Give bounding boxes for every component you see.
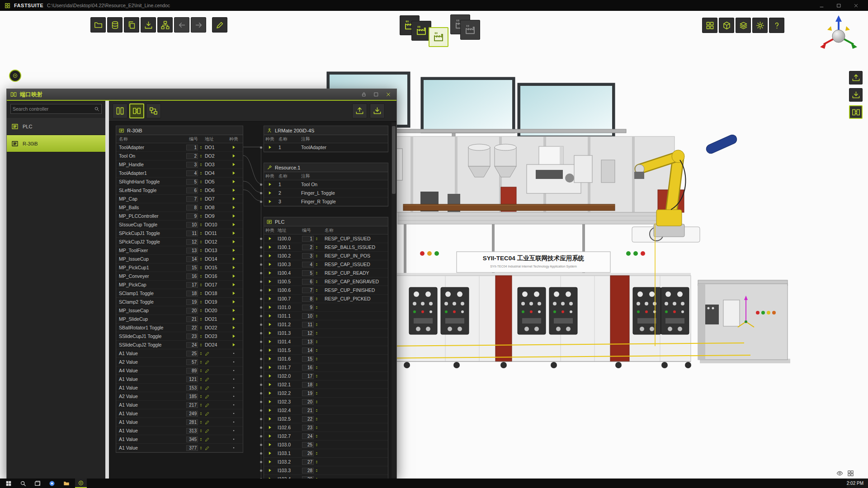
stepper-icon[interactable] — [315, 442, 319, 448]
table-row[interactable]: SIssueCup Toggle10DO10 — [116, 221, 243, 229]
table-row[interactable]: 1Tool On — [264, 180, 388, 189]
table-row[interactable]: A1 Value121 — [116, 375, 243, 384]
stepper-icon[interactable] — [315, 270, 319, 276]
search-input[interactable] — [13, 106, 94, 112]
folder-button[interactable] — [90, 17, 106, 33]
mapping-button[interactable] — [849, 105, 863, 119]
mapping-alt-button[interactable] — [146, 103, 161, 118]
table-row[interactable]: I103.227 — [264, 458, 388, 466]
mapping-button[interactable] — [129, 103, 144, 118]
stepper-icon[interactable] — [199, 170, 203, 176]
fastsuite-taskbar-button[interactable] — [75, 479, 87, 488]
stepper-icon[interactable] — [315, 279, 319, 285]
stepper-icon[interactable] — [199, 145, 203, 150]
stepper-icon[interactable] — [315, 296, 319, 302]
factory-button[interactable] — [460, 20, 480, 40]
dialog-titlebar[interactable]: 端口映射 — [7, 89, 396, 101]
table-row[interactable]: MP_PLCController9DO9 — [116, 212, 243, 221]
select-tool-button[interactable] — [9, 70, 21, 82]
table-row[interactable]: I100.78RESP_CUP_PICKED — [264, 295, 388, 303]
start-button[interactable] — [3, 479, 14, 488]
sidebar-item-r-30ib[interactable]: R-30iB — [7, 135, 105, 152]
stepper-icon[interactable] — [199, 256, 203, 262]
table-row[interactable]: MP_IssueCup14DO14 — [116, 255, 243, 263]
stepper-icon[interactable] — [199, 230, 203, 236]
table-row[interactable]: MP_Conveyer16DO16 — [116, 272, 243, 281]
sidebar-item-plc[interactable]: PLC — [7, 118, 105, 135]
table-row[interactable]: I102.219 — [264, 389, 388, 398]
stepper-icon[interactable] — [315, 262, 319, 267]
dialog-maximize-button[interactable] — [372, 90, 381, 99]
table-row[interactable]: SPickCupJ1 Toggle11DO11 — [116, 229, 243, 238]
stepper-icon[interactable] — [199, 428, 203, 434]
table-row[interactable]: A1 Value345 — [116, 435, 243, 444]
scrollbar-thumb[interactable] — [392, 126, 396, 194]
stepper-icon[interactable] — [315, 450, 319, 456]
orientation-gizmo[interactable] — [813, 14, 864, 60]
stepper-icon[interactable] — [199, 222, 203, 228]
help-button[interactable] — [769, 18, 784, 33]
stepper-icon[interactable] — [199, 196, 203, 202]
arrow-right-button[interactable] — [191, 17, 206, 33]
stepper-icon[interactable] — [199, 213, 203, 219]
dialog-scrollbar[interactable] — [392, 122, 396, 478]
table-row[interactable]: I100.23RESP_CUP_IN_POS — [264, 252, 388, 260]
stepper-icon[interactable] — [315, 313, 319, 319]
table-row[interactable]: I101.514 — [264, 346, 388, 355]
table-row[interactable]: MP_PickCap17DO17 — [116, 281, 243, 289]
stepper-icon[interactable] — [199, 205, 203, 211]
database-button[interactable] — [107, 17, 123, 33]
cube-button[interactable] — [719, 18, 734, 33]
maximize-button[interactable] — [831, 1, 846, 9]
table-row[interactable]: Tool On2DO2 — [116, 152, 243, 160]
factory-button[interactable] — [429, 27, 448, 47]
stepper-icon[interactable] — [315, 330, 319, 336]
stepper-icon[interactable] — [199, 419, 203, 425]
stepper-icon[interactable] — [199, 411, 203, 417]
table-row[interactable]: I103.328 — [264, 466, 388, 475]
minimize-button[interactable] — [814, 1, 829, 9]
stepper-icon[interactable] — [315, 356, 319, 362]
table-row[interactable]: MP_PickCup115DO15 — [116, 263, 243, 272]
table-row[interactable]: I100.01RESP_CUP_ISSUED — [264, 235, 388, 243]
stepper-icon[interactable] — [315, 399, 319, 405]
stepper-icon[interactable] — [199, 188, 203, 193]
table-row[interactable]: I102.421 — [264, 406, 388, 415]
grid-toggle-icon[interactable] — [847, 470, 854, 477]
table-row[interactable]: I100.56RESP_CAP_ENGRAVED — [264, 277, 388, 286]
stepper-icon[interactable] — [315, 433, 319, 439]
visibility-eye-icon[interactable] — [836, 470, 843, 477]
stepper-icon[interactable] — [199, 445, 203, 451]
stepper-icon[interactable] — [315, 425, 319, 431]
table-row[interactable]: I101.211 — [264, 320, 388, 329]
table-row[interactable]: MP_ToolFixer13DO13 — [116, 246, 243, 255]
stepper-icon[interactable] — [199, 376, 203, 382]
dialog-close-button[interactable] — [384, 90, 393, 99]
table-row[interactable]: I102.522 — [264, 415, 388, 423]
stepper-icon[interactable] — [315, 339, 319, 345]
stepper-icon[interactable] — [199, 316, 203, 322]
stepper-icon[interactable] — [199, 153, 203, 159]
stepper-icon[interactable] — [315, 373, 319, 379]
table-row[interactable]: SSlideCupJ1 Toggle23DO23 — [116, 332, 243, 341]
table-row[interactable]: A1 Value281 — [116, 418, 243, 427]
table-row[interactable]: I101.615 — [264, 355, 388, 363]
stepper-icon[interactable] — [199, 394, 203, 399]
table-row[interactable]: ToolAdapter1DO1 — [116, 143, 243, 152]
table-row[interactable]: SClamp2 Toggle19DO19 — [116, 298, 243, 306]
copy-button[interactable] — [124, 17, 139, 33]
table-row[interactable]: I100.34RESP_CAP_ISSUED — [264, 260, 388, 269]
table-row[interactable]: 3Finger_R Toggle — [264, 197, 388, 206]
table-row[interactable]: I102.118 — [264, 380, 388, 389]
clock[interactable]: 2:02 PM — [847, 481, 863, 486]
table-row[interactable]: I103.429 — [264, 475, 388, 479]
import-button[interactable] — [849, 88, 863, 102]
stepper-icon[interactable] — [315, 305, 319, 310]
stepper-icon[interactable] — [315, 390, 319, 396]
stepper-icon[interactable] — [315, 347, 319, 353]
arrow-left-button[interactable] — [174, 17, 189, 33]
table-row[interactable]: I101.716 — [264, 363, 388, 372]
save-button[interactable] — [141, 17, 156, 33]
stepper-icon[interactable] — [199, 299, 203, 305]
table-row[interactable]: A4 Value89 — [116, 366, 243, 375]
